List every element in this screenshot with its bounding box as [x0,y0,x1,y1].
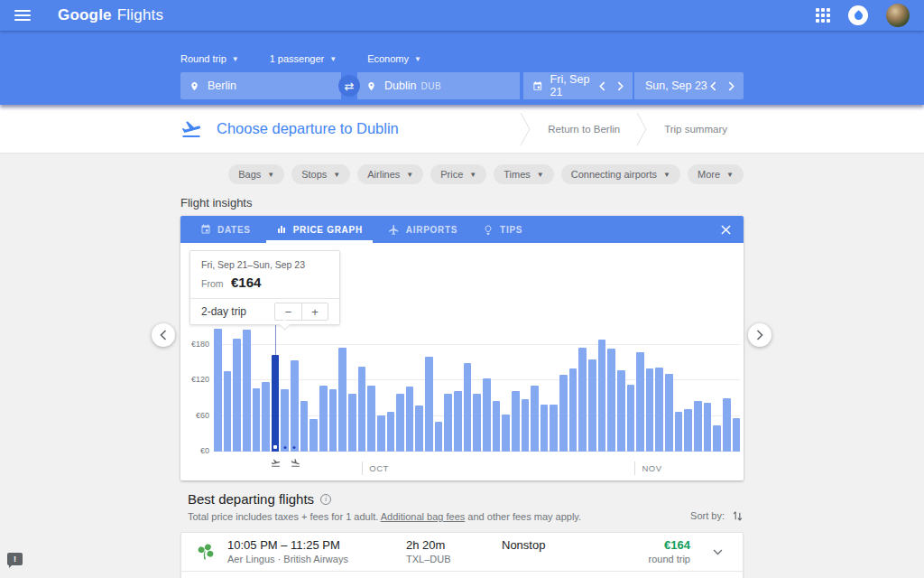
trip-length-decrease-button[interactable]: − [275,303,301,320]
filter-chip-bags[interactable]: Bags▼ [228,164,284,184]
filter-chip-price[interactable]: Price▼ [430,164,486,184]
step-trip-summary[interactable]: Trip summary [664,124,727,135]
google-apps-icon[interactable] [816,8,830,23]
depart-date-next-icon[interactable] [617,81,624,91]
price-bar-31[interactable] [512,391,520,452]
price-bar-44[interactable] [636,352,644,452]
tab-price-graph[interactable]: PRICE GRAPH [263,216,375,243]
price-bar-43[interactable] [627,385,635,452]
trip-type-dropdown[interactable]: Round trip▼ [180,53,239,64]
price-bar-26[interactable] [464,363,472,452]
swap-airports-button[interactable]: ⇄ [338,75,360,97]
price-bar-selected[interactable] [272,355,280,452]
tab-tips[interactable]: TIPS [470,216,535,243]
price-bar-23[interactable] [435,422,443,452]
tab-dates[interactable]: DATES [188,216,263,243]
price-bar-18[interactable] [387,412,395,452]
price-bar-7[interactable] [281,389,289,452]
price-bar-51[interactable] [704,403,712,452]
month-label: OCT [369,463,389,473]
price-bar-33[interactable] [531,386,539,452]
price-bar-46[interactable] [655,368,663,452]
price-bar-32[interactable] [522,399,530,452]
price-bar-36[interactable] [559,375,568,452]
price-bar-47[interactable] [665,374,673,452]
price-bar-14[interactable] [348,394,356,452]
expand-flight-icon[interactable] [707,549,728,555]
cabin-class-dropdown[interactable]: Economy▼ [367,53,421,64]
tab-airports[interactable]: AIRPORTS [375,216,470,243]
price-bar-13[interactable] [338,348,346,452]
avatar[interactable] [886,4,910,27]
price-bar-11[interactable] [319,386,328,452]
price-bar-2[interactable] [233,339,241,452]
price-bar-21[interactable] [415,406,423,452]
graph-prev-button[interactable] [152,323,175,347]
price-bar-15[interactable] [358,367,366,452]
bag-fees-link[interactable]: Additional bag fees [381,511,466,522]
price-bar-19[interactable] [396,394,404,452]
price-bar-38[interactable] [578,348,587,452]
price-bar-24[interactable] [444,394,452,452]
price-bar-52[interactable] [713,425,721,452]
price-bar-34[interactable] [541,405,549,452]
price-bar-16[interactable] [367,386,375,452]
price-bar-10[interactable] [310,419,318,452]
trip-length-increase-button[interactable]: + [301,303,328,320]
price-bar-54[interactable] [733,418,741,452]
price-bar-27[interactable] [473,394,481,452]
passengers-dropdown[interactable]: 1 passenger▼ [270,53,337,64]
filter-chip-times[interactable]: Times▼ [494,164,553,184]
return-date-field[interactable]: Sun, Sep 23 [634,72,744,99]
price-bar-53[interactable] [723,398,731,452]
price-bar-48[interactable] [675,412,683,452]
price-bar-37[interactable] [569,368,578,452]
flight-row[interactable]: 10:05 PM – 11:25 PM Aer Lingus · British… [181,533,743,571]
origin-field[interactable]: Berlin [180,72,341,99]
depart-date-value: Fri, Sep 21 [550,73,599,98]
price-bar-8[interactable] [291,360,299,452]
price-bar-45[interactable] [646,368,654,452]
info-icon[interactable]: i [320,494,331,505]
price-bar-42[interactable] [617,370,625,452]
assistant-icon[interactable] [848,5,868,25]
price-bar-12[interactable] [329,389,337,452]
filter-chip-stops[interactable]: Stops▼ [291,164,350,184]
price-bar-30[interactable] [502,415,510,452]
price-bar-29[interactable] [493,401,501,452]
depart-date-field[interactable]: Fri, Sep 21 [523,72,634,99]
price-bar-5[interactable] [262,382,270,452]
feedback-button[interactable]: ! [7,553,23,565]
price-bar-49[interactable] [684,409,692,452]
price-bar-41[interactable] [607,349,615,452]
menu-icon[interactable] [14,10,31,21]
destination-field[interactable]: Dublin DUB [357,72,520,99]
price-bar-35[interactable] [550,405,558,452]
graph-next-button[interactable] [748,323,772,347]
price-bar-20[interactable] [406,387,414,452]
close-icon[interactable] [721,216,731,243]
price-bar-22[interactable] [425,357,433,452]
return-date-prev-icon[interactable] [710,81,716,91]
price-bar-1[interactable] [224,371,232,452]
price-bar-9[interactable] [300,401,309,452]
filter-chip-more[interactable]: More▼ [688,164,744,184]
depart-date-prev-icon[interactable] [599,81,605,91]
filter-chip-connecting-airports[interactable]: Connecting airports▼ [561,164,680,184]
price-bar-4[interactable] [253,388,261,452]
price-bar-39[interactable] [588,359,596,452]
step-return-to-berlin[interactable]: Return to Berlin [548,124,620,135]
price-bar-25[interactable] [454,391,462,452]
price-bar-40[interactable] [598,340,606,452]
filter-chip-airlines[interactable]: Airlines▼ [357,164,423,184]
price-bar-28[interactable] [483,378,491,452]
sort-control[interactable]: Sort by: [690,509,744,522]
price-bar-3[interactable] [243,330,251,452]
app-logo[interactable]: Google Flights [58,6,163,24]
price-bar-17[interactable] [377,415,385,452]
return-date-next-icon[interactable] [728,81,735,91]
price-bar-50[interactable] [694,401,702,452]
price-tooltip: Fri, Sep 21–Sun, Sep 23 From €164 2-day … [189,250,340,325]
flight-row[interactable]: 10:45 AM – 11:55 AM Aer Lingus · British… [181,571,743,578]
price-bar-0[interactable] [214,329,222,452]
